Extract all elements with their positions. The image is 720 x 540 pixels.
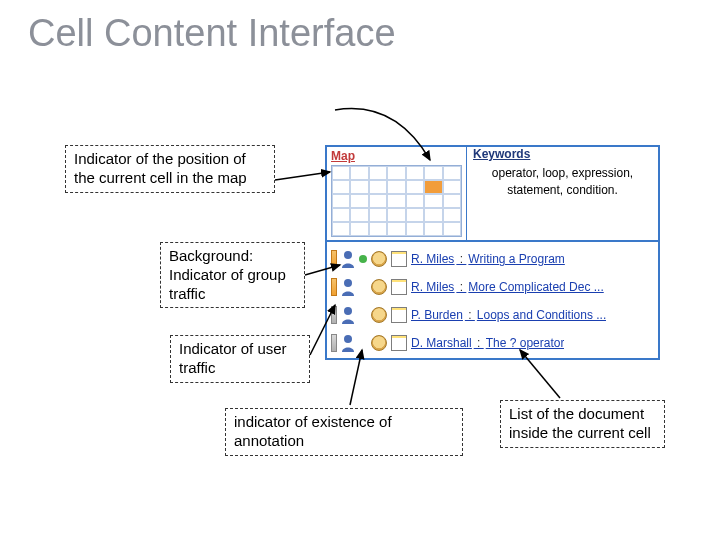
map-grid[interactable] (331, 165, 462, 237)
svg-point-0 (344, 251, 352, 259)
callout-list: List of the document inside the current … (500, 400, 665, 448)
group-traffic-bar (331, 250, 337, 268)
face-icon (371, 279, 387, 295)
callout-annotation: indicator of existence of annotation (225, 408, 463, 456)
annotation-indicator-icon (359, 255, 367, 263)
user-traffic-icon (341, 334, 355, 352)
document-icon (391, 335, 407, 351)
document-icon (391, 251, 407, 267)
face-icon (371, 335, 387, 351)
document-icon (391, 279, 407, 295)
svg-point-2 (344, 307, 352, 315)
map-active-cell[interactable] (424, 180, 442, 194)
user-traffic-icon (341, 306, 355, 324)
group-traffic-bar (331, 278, 337, 296)
map-label: Map (331, 149, 355, 163)
document-row[interactable]: R. Miles : Writing a Program (331, 246, 654, 272)
svg-point-3 (344, 335, 352, 343)
keywords-text: operator, loop, expression, statement, c… (473, 165, 652, 199)
document-list: R. Miles : Writing a ProgramR. Miles : M… (327, 242, 658, 362)
group-traffic-bar (331, 306, 337, 324)
document-link[interactable]: D. Marshall : The ? operator (411, 336, 564, 350)
face-icon (371, 307, 387, 323)
callout-user: Indicator of user traffic (170, 335, 310, 383)
document-icon (391, 307, 407, 323)
document-link[interactable]: R. Miles : More Complicated Dec ... (411, 280, 604, 294)
page-title: Cell Content Interface (28, 12, 396, 55)
document-link[interactable]: P. Burden : Loops and Conditions ... (411, 308, 606, 322)
callout-position: Indicator of the position of the current… (65, 145, 275, 193)
user-traffic-icon (341, 250, 355, 268)
group-traffic-bar (331, 334, 337, 352)
document-row[interactable]: D. Marshall : The ? operator (331, 330, 654, 356)
face-icon (371, 251, 387, 267)
svg-point-1 (344, 279, 352, 287)
callout-background: Background:Indicator of group traffic (160, 242, 305, 308)
keywords-block: Keywords operator, loop, expression, sta… (467, 147, 658, 240)
map-block: Map (327, 147, 467, 240)
cell-content-panel: Map Keywords operator, loop, expression,… (325, 145, 660, 360)
user-traffic-icon (341, 278, 355, 296)
keywords-label: Keywords (473, 147, 530, 161)
document-link[interactable]: R. Miles : Writing a Program (411, 252, 565, 266)
document-row[interactable]: P. Burden : Loops and Conditions ... (331, 302, 654, 328)
document-row[interactable]: R. Miles : More Complicated Dec ... (331, 274, 654, 300)
